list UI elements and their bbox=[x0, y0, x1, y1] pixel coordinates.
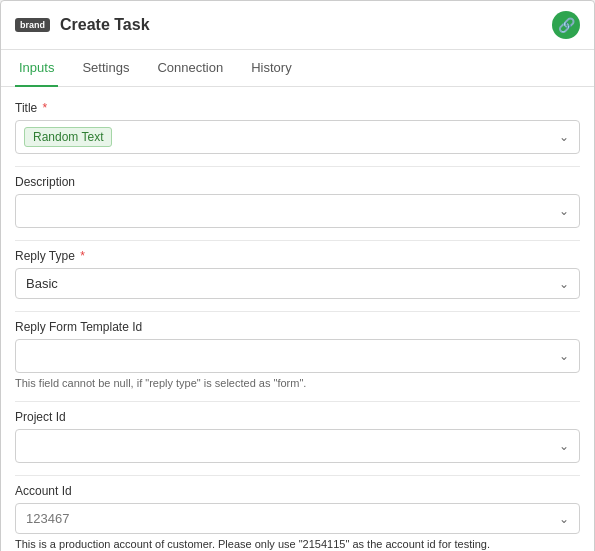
project-id-label: Project Id bbox=[15, 410, 580, 424]
description-field-group: Description ⌄ bbox=[15, 175, 580, 228]
reply-type-label: Reply Type * bbox=[15, 249, 580, 263]
description-chevron-icon: ⌄ bbox=[559, 204, 569, 218]
tab-connection[interactable]: Connection bbox=[153, 50, 227, 87]
divider-4 bbox=[15, 401, 580, 402]
reply-form-template-chevron-icon: ⌄ bbox=[559, 349, 569, 363]
title-chevron-icon: ⌄ bbox=[559, 130, 569, 144]
title-tag: Random Text bbox=[24, 127, 112, 147]
tab-inputs[interactable]: Inputs bbox=[15, 50, 58, 87]
project-id-chevron-icon: ⌄ bbox=[559, 439, 569, 453]
description-select[interactable]: ⌄ bbox=[15, 194, 580, 228]
reply-type-select[interactable]: Basic Form ⌄ bbox=[15, 268, 580, 299]
divider-3 bbox=[15, 311, 580, 312]
reply-form-template-label: Reply Form Template Id bbox=[15, 320, 580, 334]
reply-type-field-group: Reply Type * Basic Form ⌄ bbox=[15, 249, 580, 299]
title-field-group: Title * Random Text ⌄ bbox=[15, 101, 580, 154]
brand-badge: brand bbox=[15, 18, 50, 32]
reply-form-template-hint: This field cannot be null, if "reply typ… bbox=[15, 377, 580, 389]
account-id-input[interactable] bbox=[16, 504, 579, 533]
account-id-field-group: Account Id ⌄ This is a production accoun… bbox=[15, 484, 580, 550]
account-id-hint: This is a production account of customer… bbox=[15, 538, 580, 550]
page-title: Create Task bbox=[60, 16, 150, 34]
tabs: Inputs Settings Connection History bbox=[1, 50, 594, 87]
project-id-field-group: Project Id ⌄ bbox=[15, 410, 580, 463]
title-select[interactable]: Random Text ⌄ bbox=[15, 120, 580, 154]
header-left: brand Create Task bbox=[15, 16, 150, 34]
divider-2 bbox=[15, 240, 580, 241]
tab-history[interactable]: History bbox=[247, 50, 295, 87]
reply-form-template-select[interactable]: ⌄ bbox=[15, 339, 580, 373]
reply-form-template-field-group: Reply Form Template Id ⌄ This field cann… bbox=[15, 320, 580, 389]
link-icon[interactable]: 🔗 bbox=[552, 11, 580, 39]
header: brand Create Task 🔗 bbox=[1, 1, 594, 50]
account-id-input-wrapper: ⌄ bbox=[15, 503, 580, 534]
account-id-label: Account Id bbox=[15, 484, 580, 498]
divider-1 bbox=[15, 166, 580, 167]
divider-5 bbox=[15, 475, 580, 476]
project-id-select[interactable]: ⌄ bbox=[15, 429, 580, 463]
main-window: brand Create Task 🔗 Inputs Settings Conn… bbox=[0, 0, 595, 551]
content-area: Title * Random Text ⌄ Description ⌄ Repl… bbox=[1, 87, 594, 551]
reply-type-select-input[interactable]: Basic Form bbox=[16, 269, 579, 298]
tab-settings[interactable]: Settings bbox=[78, 50, 133, 87]
title-label: Title * bbox=[15, 101, 580, 115]
description-label: Description bbox=[15, 175, 580, 189]
